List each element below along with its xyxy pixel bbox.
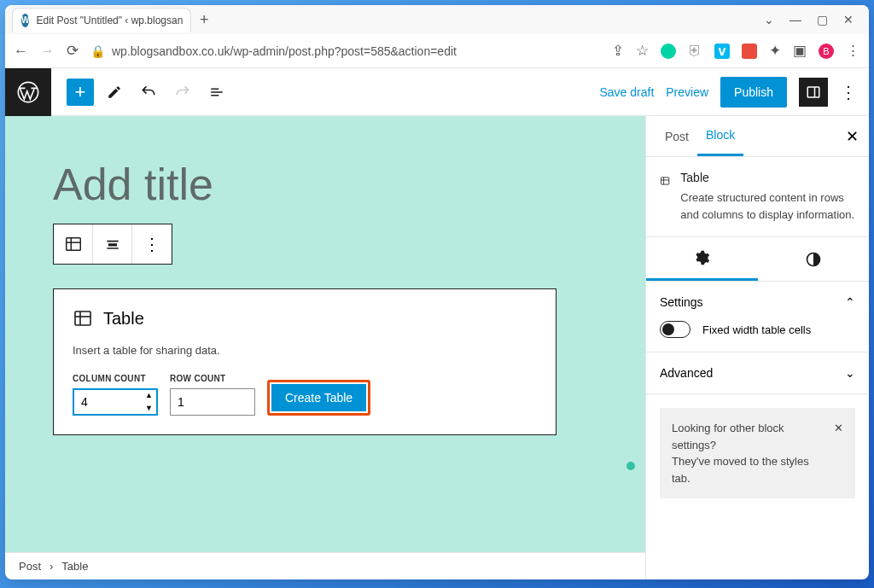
stepper-down-icon[interactable]: ▼ [145, 405, 153, 412]
table-description: Insert a table for sharing data. [73, 344, 537, 357]
advanced-panel-toggle[interactable]: Advanced ⌄ [660, 366, 855, 380]
breadcrumb: Post › Table [5, 552, 645, 579]
extension-icon-v[interactable]: v [714, 44, 730, 59]
dismiss-notice-icon[interactable]: ✕ [834, 420, 843, 486]
resize-handle-icon[interactable] [626, 462, 635, 470]
browser-tab[interactable]: W Edit Post "Untitled" ‹ wp.blogsan ✕ [12, 8, 191, 32]
browser-urlbar: ← → ⟳ 🔒 wp.blogsandbox.co.uk/wp-admin/po… [5, 34, 869, 68]
settings-sidebar: Post Block ✕ Table Create structured con… [645, 116, 869, 579]
editor-toolbar: + Save draft Preview Publish ⋮ [5, 68, 869, 116]
notice-line-2: They've moved to the styles tab. [672, 453, 825, 486]
chevron-down-icon: ⌄ [845, 366, 855, 380]
shield-icon[interactable]: ⛨ [688, 43, 702, 60]
sidebar-block-name: Table [680, 171, 855, 184]
table-icon [73, 308, 93, 329]
new-tab-button[interactable]: + [200, 11, 209, 29]
browser-titlebar: W Edit Post "Untitled" ‹ wp.blogsan ✕ + … [5, 5, 869, 34]
close-sidebar-icon[interactable]: ✕ [846, 127, 859, 146]
svg-rect-1 [807, 87, 819, 97]
settings-panel-title: Settings [660, 295, 703, 309]
svg-rect-3 [66, 238, 80, 251]
back-button[interactable]: ← [14, 43, 28, 60]
forward-button[interactable]: → [40, 43, 55, 60]
table-block-title: Table [103, 309, 144, 329]
address-bar[interactable]: 🔒 wp.blogsandbox.co.uk/wp-admin/post.php… [90, 44, 600, 58]
maximize-icon[interactable]: ▢ [817, 13, 828, 26]
create-table-button[interactable]: Create Table [271, 384, 366, 411]
options-menu-icon[interactable]: ⋮ [840, 82, 857, 102]
redo-button[interactable] [169, 79, 196, 106]
tab-block[interactable]: Block [697, 116, 743, 156]
breadcrumb-root[interactable]: Post [19, 560, 41, 573]
sidebar-toggle-button[interactable] [799, 78, 828, 107]
block-toolbar: ⋮ [53, 224, 172, 265]
wordpress-logo[interactable] [5, 68, 51, 116]
gear-icon [693, 249, 710, 266]
settings-subtab[interactable] [646, 237, 758, 281]
edit-mode-icon[interactable] [101, 79, 128, 106]
tab-post[interactable]: Post [656, 118, 697, 155]
sidebar-block-description: Create structured content in rows and co… [680, 189, 855, 223]
extension-icon-red[interactable] [742, 44, 757, 59]
align-icon[interactable] [93, 224, 132, 264]
reload-button[interactable]: ⟳ [67, 42, 79, 60]
chevron-down-icon[interactable]: ⌄ [764, 13, 774, 26]
preview-button[interactable]: Preview [666, 85, 708, 99]
svg-rect-6 [75, 311, 90, 325]
document-overview-icon[interactable] [203, 79, 230, 106]
notice-line-1: Looking for other block settings? [672, 420, 825, 453]
row-count-label: ROW COUNT [170, 374, 255, 383]
styles-moved-notice: Looking for other block settings? They'v… [660, 408, 855, 498]
fixed-width-toggle[interactable] [660, 321, 690, 338]
extensions-icon[interactable]: ✦ [769, 42, 781, 60]
tab-title: Edit Post "Untitled" ‹ wp.blogsan [36, 15, 183, 26]
block-more-icon[interactable]: ⋮ [132, 224, 172, 264]
profile-avatar-icon[interactable]: B [819, 44, 834, 59]
breadcrumb-current[interactable]: Table [61, 560, 88, 573]
wordpress-favicon: W [21, 14, 29, 27]
url-text: wp.blogsandbox.co.uk/wp-admin/post.php?p… [112, 44, 457, 58]
extension-icon-1[interactable] [661, 44, 676, 59]
close-window-icon[interactable]: ✕ [843, 13, 854, 26]
wordpress-editor: + Save draft Preview Publish ⋮ Add title [5, 68, 869, 579]
svg-rect-10 [661, 178, 669, 184]
post-title-input[interactable]: Add title [53, 159, 597, 210]
minimize-icon[interactable]: — [790, 13, 801, 26]
lock-icon: 🔒 [90, 44, 105, 58]
create-table-highlight: Create Table [267, 380, 370, 416]
share-icon[interactable]: ⇪ [612, 42, 624, 60]
column-count-label: COLUMN COUNT [73, 374, 158, 383]
advanced-panel-title: Advanced [660, 366, 713, 380]
chevron-up-icon: ⌃ [845, 295, 855, 309]
block-type-icon[interactable] [54, 224, 93, 264]
browser-window: W Edit Post "Untitled" ‹ wp.blogsan ✕ + … [5, 5, 869, 579]
bookmark-icon[interactable]: ☆ [636, 42, 649, 60]
editor-canvas-pane: Add title ⋮ Table Insert a table for s [5, 116, 645, 579]
sidebar-icon[interactable]: ▣ [793, 42, 807, 60]
settings-panel-toggle[interactable]: Settings ⌃ [660, 295, 855, 309]
add-block-button[interactable]: + [67, 79, 94, 106]
chevron-right-icon: › [50, 560, 53, 573]
stepper-up-icon[interactable]: ▲ [145, 392, 153, 399]
save-draft-button[interactable]: Save draft [599, 85, 654, 99]
contrast-icon [805, 251, 822, 268]
table-block-placeholder: Table Insert a table for sharing data. C… [53, 288, 556, 435]
styles-subtab[interactable] [758, 237, 870, 281]
undo-button[interactable] [135, 79, 162, 106]
table-icon [660, 171, 670, 191]
publish-button[interactable]: Publish [720, 77, 787, 108]
browser-menu-icon[interactable]: ⋮ [846, 42, 860, 60]
row-count-input[interactable] [170, 388, 255, 416]
fixed-width-label: Fixed width table cells [702, 323, 811, 336]
